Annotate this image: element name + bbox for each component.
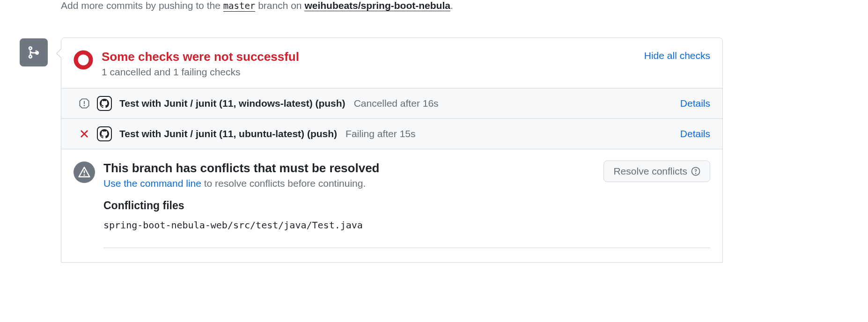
check-row: Test with Junit / junit (11, windows-lat… [61,88,722,118]
alert-icon [74,161,95,183]
repo-link[interactable]: weihubeats/spring-boot-nebula [304,0,450,11]
resolve-conflicts-button[interactable]: Resolve conflicts [603,161,710,182]
cancelled-icon [79,98,89,109]
status-circle-icon [74,50,93,71]
conflict-sub-rest: to resolve conflicts before continuing. [201,178,366,189]
checks-header: Some checks were not successful 1 cancel… [61,38,722,88]
check-details-link[interactable]: Details [680,128,710,139]
hint-prefix: Add more commits by pushing to the [61,0,223,11]
check-name: Test with Junit / junit (11, windows-lat… [119,98,346,109]
hide-all-checks-link[interactable]: Hide all checks [644,50,710,61]
conflict-subtitle: Use the command line to resolve conflict… [103,178,603,189]
conflict-title: This branch has conflicts that must be r… [103,161,603,176]
divider [103,248,710,248]
github-actions-icon [97,126,112,141]
command-line-link[interactable]: Use the command line [103,178,201,189]
check-meta: Failing after 15s [346,128,415,139]
failed-icon [79,129,89,139]
check-details-link[interactable]: Details [680,98,710,109]
svg-point-4 [83,174,85,176]
hint-middle: branch on [255,0,304,11]
svg-rect-3 [84,170,85,173]
conflicting-file: spring-boot-nebula-web/src/test/java/Tes… [103,220,603,231]
git-merge-icon [27,45,41,59]
conflict-section: This branch has conflicts that must be r… [61,149,722,263]
checks-title: Some checks were not successful [102,49,644,65]
checks-subtitle: 1 cancelled and 1 failing checks [102,66,644,78]
timeline-merge-badge [20,38,48,66]
svg-point-6 [695,173,697,174]
conflict-body: This branch has conflicts that must be r… [103,161,603,231]
checks-title-block: Some checks were not successful 1 cancel… [102,49,644,78]
push-hint-text: Add more commits by pushing to the maste… [61,0,453,11]
check-row: Test with Junit / junit (11, ubuntu-late… [61,118,722,149]
checks-panel: Some checks were not successful 1 cancel… [61,37,723,263]
check-meta: Cancelled after 16s [354,98,439,109]
help-icon [691,167,700,176]
resolve-conflicts-label: Resolve conflicts [613,166,687,177]
conflicting-files-label: Conflicting files [103,199,603,212]
svg-rect-2 [84,101,85,104]
branch-name[interactable]: master [223,0,256,12]
github-actions-icon [97,96,112,111]
svg-point-1 [84,105,85,106]
check-name: Test with Junit / junit (11, ubuntu-late… [119,128,337,139]
hint-suffix: . [450,0,453,11]
svg-point-0 [76,52,91,67]
